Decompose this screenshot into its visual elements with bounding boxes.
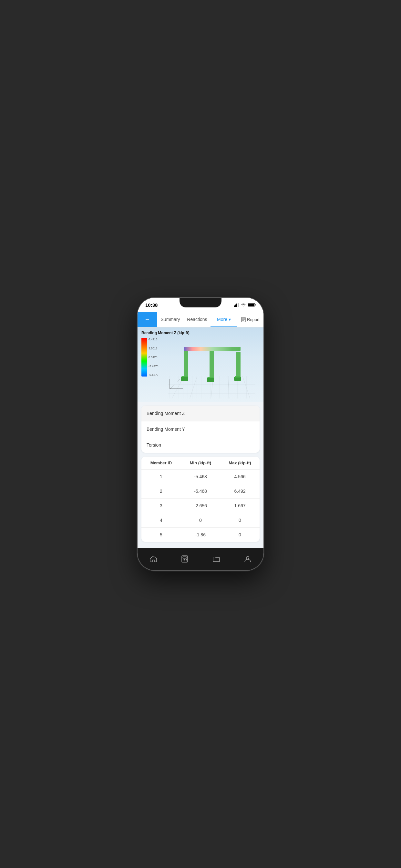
scale-val-3: 0.5120	[149, 355, 158, 359]
cell-min-2: -5.468	[181, 489, 220, 494]
battery-icon	[248, 303, 256, 307]
col-header-max: Max (kip-ft)	[220, 461, 259, 465]
svg-point-34	[186, 559, 187, 560]
svg-rect-17	[184, 348, 188, 377]
home-icon	[149, 555, 158, 563]
cell-member-3: 3	[142, 503, 181, 508]
cell-min-4: 0	[181, 518, 220, 523]
bottom-nav	[137, 548, 264, 570]
cell-min-3: -2.656	[181, 503, 220, 508]
color-scale: 6.4916 3.5018 0.5120 -2.4778 -5.4679	[142, 338, 147, 376]
svg-rect-20	[184, 347, 241, 351]
cell-min-1: -5.468	[181, 474, 220, 479]
phone-screen: 10:38	[137, 298, 264, 570]
table-card: Member ID Min (kip-ft) Max (kip-ft) 1 -5…	[142, 457, 259, 542]
scale-val-1: 6.4916	[149, 338, 158, 341]
user-icon	[243, 555, 252, 563]
cell-member-1: 1	[142, 474, 181, 479]
table-header: Member ID Min (kip-ft) Max (kip-ft)	[142, 457, 259, 469]
svg-point-38	[246, 556, 249, 559]
signal-icon	[234, 303, 239, 307]
report-icon	[241, 317, 246, 322]
svg-rect-23	[207, 377, 214, 382]
table-row: 5 -1.86 0	[142, 528, 259, 542]
svg-rect-22	[182, 376, 188, 377]
nav-home[interactable]	[149, 555, 158, 563]
phone-frame: 10:38	[137, 298, 264, 570]
cell-max-5: 0	[220, 532, 259, 537]
cell-max-1: 4.566	[220, 474, 259, 479]
report-label: Report	[247, 317, 259, 322]
cell-min-5: -1.86	[181, 532, 220, 537]
nav-user[interactable]	[243, 555, 252, 563]
dropdown-item-bending-z[interactable]: Bending Moment Z	[142, 406, 259, 422]
svg-point-32	[183, 559, 183, 560]
scale-labels: 6.4916 3.5018 0.5120 -2.4778 -5.4679	[149, 338, 158, 376]
cell-member-2: 2	[142, 489, 181, 494]
nav-calculator[interactable]	[181, 555, 189, 563]
table-row: 1 -5.468 4.566	[142, 469, 259, 484]
svg-point-37	[186, 561, 187, 561]
svg-rect-5	[255, 304, 256, 306]
svg-rect-31	[183, 557, 187, 558]
cell-max-4: 0	[220, 518, 259, 523]
wifi-icon	[241, 303, 246, 307]
structure-area	[163, 334, 260, 399]
scale-val-2: 3.5018	[149, 347, 158, 350]
report-button[interactable]: Report	[237, 312, 264, 327]
col-header-member-id: Member ID	[142, 461, 181, 465]
folder-icon	[212, 555, 220, 563]
calculator-icon	[181, 555, 189, 563]
dropdown-card: Bending Moment Z Bending Moment Y Torsio…	[142, 406, 259, 453]
svg-rect-19	[210, 350, 214, 377]
table-row: 4 0 0	[142, 513, 259, 528]
scale-val-5: -5.4679	[149, 373, 158, 376]
scale-val-4: -2.4778	[149, 365, 158, 368]
svg-rect-21	[181, 376, 188, 381]
cell-member-5: 5	[142, 532, 181, 537]
svg-rect-2	[236, 304, 237, 307]
color-bar	[142, 338, 147, 376]
svg-point-35	[183, 561, 183, 561]
cell-max-2: 6.492	[220, 489, 259, 494]
svg-rect-1	[235, 305, 236, 307]
dropdown-item-bending-y[interactable]: Bending Moment Y	[142, 422, 259, 437]
tab-summary[interactable]: Summary	[157, 312, 184, 327]
status-time: 10:38	[145, 302, 158, 308]
table-row: 3 -2.656 1.667	[142, 499, 259, 513]
tab-more[interactable]: More ▾	[211, 312, 237, 327]
svg-point-33	[184, 559, 185, 560]
col-header-min: Min (kip-ft)	[181, 461, 220, 465]
notch	[180, 298, 221, 307]
svg-point-36	[184, 561, 185, 561]
structure-svg	[163, 334, 260, 399]
svg-rect-24	[208, 377, 213, 378]
svg-rect-26	[235, 376, 241, 377]
3d-view: Bending Moment Z (kip-ft) 6.4916 3.5018 …	[137, 328, 264, 402]
svg-rect-18	[236, 352, 241, 377]
status-icons	[234, 303, 256, 307]
table-row: 2 -5.468 6.492	[142, 484, 259, 499]
content-area[interactable]: Bending Moment Z Bending Moment Y Torsio…	[137, 402, 264, 548]
tab-reactions[interactable]: Reactions	[184, 312, 211, 327]
dropdown-item-torsion[interactable]: Torsion	[142, 437, 259, 453]
svg-rect-3	[238, 303, 239, 307]
cell-member-4: 4	[142, 518, 181, 523]
cell-max-3: 1.667	[220, 503, 259, 508]
svg-rect-0	[234, 306, 235, 307]
back-button[interactable]: ←	[137, 312, 157, 327]
nav-folder[interactable]	[212, 555, 220, 563]
nav-tabs: ← Summary Reactions More ▾ Rep	[137, 312, 264, 328]
back-arrow-icon: ←	[144, 316, 150, 323]
svg-rect-6	[248, 304, 254, 306]
